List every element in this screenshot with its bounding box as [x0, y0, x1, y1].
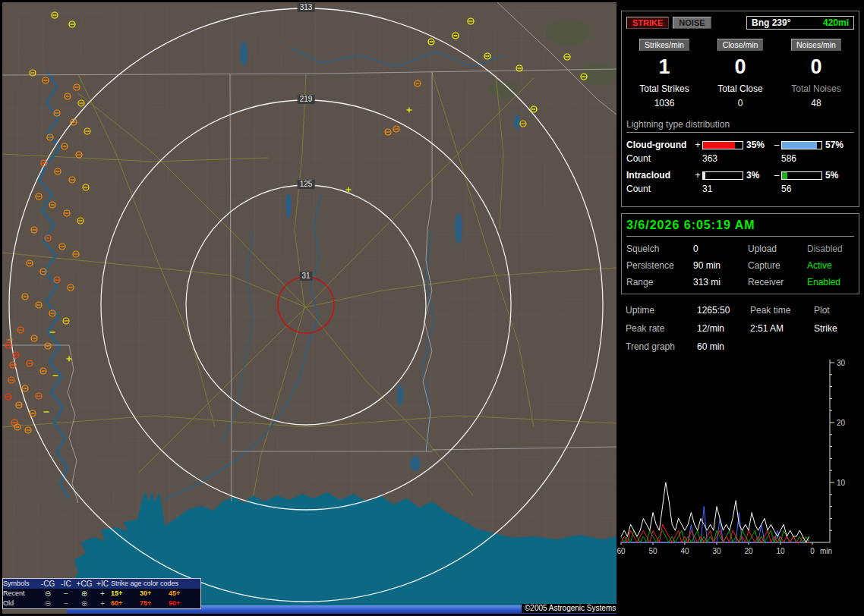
capture-label: Capture — [748, 260, 807, 271]
range-ring-label: 219 — [298, 95, 315, 104]
svg-text:20: 20 — [744, 547, 753, 555]
peak-time-value: 2:51 AM — [750, 323, 814, 334]
plus-sign: + — [693, 140, 702, 150]
app-window: 31321912531 ©2005 Astrogenic Systems Sym… — [0, 0, 864, 616]
circle-minus-icon: ⊖ — [38, 589, 58, 599]
noise-button[interactable]: NOISE — [673, 17, 711, 29]
intracloud-count-row: Count 31 56 — [626, 184, 854, 194]
svg-text:20: 20 — [837, 419, 846, 427]
cg-neg-bar — [781, 141, 822, 149]
close-per-min-label[interactable]: Close/min — [717, 39, 764, 51]
cloud-ground-row: Cloud-ground + 35% – 57% — [626, 140, 854, 150]
legend-col-neg-ic: -IC — [58, 579, 74, 589]
uptime-value: 1265:50 — [697, 305, 750, 316]
age-30: 30+ — [140, 589, 169, 599]
cg-neg-pct: 57% — [822, 140, 848, 150]
plus-icon: + — [94, 599, 111, 608]
uptime-stats: Uptime 1265:50 Peak time Plot Peak rate … — [626, 305, 855, 352]
strikes-per-min-value: 1 — [626, 55, 702, 79]
svg-text:0: 0 — [810, 547, 815, 555]
strikes-per-min-label[interactable]: Strikes/min — [639, 39, 689, 51]
legend-col-pos-ic: +IC — [94, 579, 111, 589]
bearing-range: 420mi — [823, 17, 849, 28]
range-ring-label: 125 — [298, 180, 315, 189]
ic-pos-count: 31 — [702, 184, 781, 194]
minus-sign: – — [772, 170, 781, 181]
close-per-min-value: 0 — [702, 55, 778, 79]
legend-col-neg-cg: -CG — [38, 579, 58, 589]
svg-text:10: 10 — [776, 547, 785, 555]
intracloud-label: Intracloud — [626, 170, 693, 181]
total-noises-value: 48 — [778, 98, 854, 108]
cloud-ground-count-row: Count 363 586 — [626, 153, 854, 164]
circle-minus-icon: ⊖ — [38, 599, 58, 608]
svg-text:10: 10 — [837, 479, 846, 487]
range-value: 313 mi — [693, 277, 748, 288]
distribution-title: Lightning type distribution — [626, 119, 854, 133]
stats-box: STRIKE NOISE Bng 239° 420mi Strikes/min … — [621, 11, 859, 207]
noises-per-min-label[interactable]: Noises/min — [791, 39, 841, 51]
count-label: Count — [626, 184, 702, 194]
ic-pos-pct: 3% — [743, 170, 772, 181]
legend-row-old: Old ⊖ − ⊕ + 60+ 75+ 90+ — [3, 599, 200, 608]
range-label: Range — [626, 277, 693, 288]
map-canvas — [2, 2, 616, 614]
peak-rate-label: Peak rate — [626, 323, 697, 334]
lightning-map[interactable]: 31321912531 ©2005 Astrogenic Systems Sym… — [2, 2, 616, 614]
bearing-display: Bng 239° 420mi — [746, 16, 854, 30]
legend-recent-label: Recent — [3, 589, 38, 599]
age-75: 75+ — [140, 599, 169, 608]
status-box: 3/6/2026 6:05:19 AM Squelch 0 Upload Dis… — [621, 213, 859, 294]
close-counter: Close/min 0 Total Close 0 — [702, 39, 778, 108]
circle-plus-icon: ⊕ — [74, 599, 94, 608]
plot-value: Strike — [814, 323, 855, 334]
total-strikes-label: Total Strikes — [626, 83, 702, 94]
strikes-counter: Strikes/min 1 Total Strikes 1036 — [626, 39, 702, 108]
age-90: 90+ — [169, 599, 197, 608]
map-legend: Symbols -CG -IC +CG +IC Strike age color… — [2, 578, 201, 609]
peak-time-label: Peak time — [750, 305, 814, 316]
squelch-value: 0 — [693, 244, 748, 254]
legend-old-label: Old — [3, 599, 38, 608]
svg-text:40: 40 — [680, 547, 689, 555]
cloud-ground-label: Cloud-ground — [626, 140, 693, 150]
persistence-value: 90 min — [693, 260, 748, 271]
peak-rate-value: 12/min — [697, 323, 750, 334]
trend-window-value: 60 min — [697, 341, 750, 352]
trend-graph-label: Trend graph — [626, 341, 697, 352]
plot-label: Plot — [814, 305, 855, 316]
receiver-label: Receiver — [748, 277, 807, 288]
squelch-label: Squelch — [626, 244, 693, 254]
legend-header: Symbols -CG -IC +CG +IC Strike age color… — [3, 579, 200, 589]
age-15: 15+ — [111, 589, 140, 599]
svg-text:min: min — [820, 547, 832, 555]
ic-pos-bar — [702, 171, 743, 180]
legend-symbols-title: Symbols — [3, 579, 38, 589]
datetime-display: 3/6/2026 6:05:19 AM — [626, 218, 854, 237]
ic-neg-bar — [781, 171, 822, 180]
svg-text:50: 50 — [648, 547, 657, 555]
svg-text:30: 30 — [837, 359, 846, 367]
total-noises-label: Total Noises — [778, 83, 854, 94]
capture-status: Active — [807, 260, 854, 271]
age-45: 45+ — [169, 589, 197, 599]
trend-graph: 1020306050403020100min — [616, 355, 864, 566]
control-panel: STRIKE NOISE Bng 239° 420mi Strikes/min … — [616, 0, 864, 616]
intracloud-row: Intracloud + 3% – 5% — [626, 170, 854, 181]
total-strikes-value: 1036 — [626, 98, 702, 108]
copyright: ©2005 Astrogenic Systems — [522, 604, 616, 613]
count-label: Count — [626, 153, 702, 164]
range-ring-label: 31 — [299, 272, 312, 281]
cg-neg-count: 586 — [781, 153, 796, 164]
plus-icon: + — [94, 589, 111, 599]
bearing-label: Bng 239° — [752, 17, 790, 28]
svg-text:60: 60 — [616, 547, 626, 555]
receiver-status: Enabled — [807, 277, 854, 288]
cg-pos-pct: 35% — [743, 140, 772, 150]
cg-pos-count: 363 — [702, 153, 781, 164]
cg-pos-bar — [702, 141, 743, 149]
minus-icon: − — [58, 599, 74, 608]
minus-sign: – — [772, 140, 781, 150]
legend-col-pos-cg: +CG — [74, 579, 94, 589]
strike-button[interactable]: STRIKE — [626, 17, 669, 29]
